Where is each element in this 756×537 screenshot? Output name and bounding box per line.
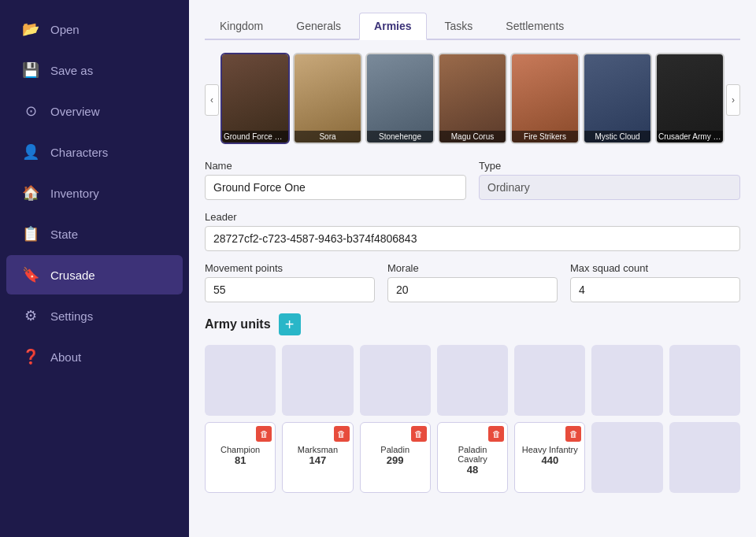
main-content: KingdomGeneralsArmiesTasksSettlements ‹ … <box>189 0 756 537</box>
unit-delete-0[interactable]: 🗑 <box>256 426 272 442</box>
morale-label: Morale <box>387 262 558 274</box>
portrait-label-p5: Fire Strikers <box>512 131 578 143</box>
tab-generals[interactable]: Generals <box>281 13 356 39</box>
tab-kingdom[interactable]: Kingdom <box>205 13 278 39</box>
sidebar-item-characters[interactable]: 👤Characters <box>6 132 183 172</box>
sidebar-item-overview[interactable]: ⊙Overview <box>6 91 183 131</box>
overview-icon: ⊙ <box>22 102 39 120</box>
type-label: Type <box>479 160 740 172</box>
sidebar-item-settings[interactable]: ⚙Settings <box>6 296 183 335</box>
sidebar-label-settings: Settings <box>50 309 93 323</box>
portrait-label-p7: Crusader Army VII <box>657 131 723 143</box>
sidebar-label-inventory: Inventory <box>50 187 99 200</box>
state-icon: 📋 <box>22 225 39 243</box>
portrait-scroll-left[interactable]: ‹ <box>205 84 219 116</box>
unit-name-3: Paladin Cavalry <box>443 445 502 464</box>
portrait-p4[interactable]: Magu Corus <box>438 53 507 144</box>
unit-count-3: 48 <box>467 464 478 476</box>
unit-slot-filled-empty-6 <box>669 422 740 493</box>
unit-delete-4[interactable]: 🗑 <box>565 426 581 442</box>
portrait-scroll-right[interactable]: › <box>726 84 740 116</box>
unit-card-2: 🗑Paladin299 <box>360 422 431 493</box>
unit-card-3: 🗑Paladin Cavalry48 <box>437 422 508 493</box>
sidebar-item-inventory[interactable]: 🏠Inventory <box>6 173 183 213</box>
army-units-title: Army units <box>205 317 271 331</box>
name-input[interactable] <box>205 175 466 200</box>
sidebar-label-about: About <box>50 350 81 364</box>
unit-slot-empty-1 <box>282 345 353 416</box>
sidebar-item-open[interactable]: 📂Open <box>6 9 183 49</box>
sidebar: 📂Open💾Save as⊙Overview👤Characters🏠Invent… <box>0 0 189 537</box>
unit-name-2: Paladin <box>380 445 410 454</box>
sidebar-label-save-as: Save as <box>50 64 93 77</box>
sidebar-label-state: State <box>50 228 78 241</box>
portrait-label-p1: Ground Force One <box>222 131 288 143</box>
portrait-p5[interactable]: Fire Strikers <box>510 53 580 144</box>
save-as-icon: 💾 <box>22 61 39 79</box>
portrait-label-p2: Sora <box>295 131 361 143</box>
portrait-p7[interactable]: Crusader Army VII <box>655 53 724 144</box>
settings-icon: ⚙ <box>22 307 39 324</box>
sidebar-item-about[interactable]: ❓About <box>6 337 183 376</box>
unit-name-0: Champion <box>220 445 260 454</box>
unit-delete-3[interactable]: 🗑 <box>488 426 504 442</box>
sidebar-label-characters: Characters <box>50 146 108 159</box>
sidebar-item-crusade[interactable]: 🔖Crusade <box>6 255 183 294</box>
unit-card-4: 🗑Heavy Infantry440 <box>514 422 585 493</box>
unit-slot-empty-6 <box>669 345 740 416</box>
units-grid-filled: 🗑Champion81🗑Marksman147🗑Paladin299🗑Palad… <box>205 422 740 493</box>
unit-count-1: 147 <box>309 454 327 466</box>
unit-card-0: 🗑Champion81 <box>205 422 276 493</box>
unit-card-1: 🗑Marksman147 <box>282 422 353 493</box>
open-icon: 📂 <box>22 20 39 38</box>
unit-slot-empty-0 <box>205 345 276 416</box>
portrait-p3[interactable]: Stonehenge <box>365 53 435 144</box>
unit-slot-empty-5 <box>591 345 662 416</box>
sidebar-label-open: Open <box>50 23 80 36</box>
unit-slot-filled-empty-5 <box>591 422 662 493</box>
unit-name-4: Heavy Infantry <box>522 445 578 454</box>
unit-count-0: 81 <box>235 454 246 466</box>
portrait-p2[interactable]: Sora <box>293 53 362 144</box>
tab-settlements[interactable]: Settlements <box>491 13 579 39</box>
leader-label: Leader <box>205 211 740 223</box>
movement-input[interactable] <box>205 277 375 302</box>
leader-input[interactable] <box>205 226 740 251</box>
portrait-p1[interactable]: Ground Force One <box>220 53 290 144</box>
tab-tasks[interactable]: Tasks <box>430 13 488 39</box>
about-icon: ❓ <box>22 348 39 365</box>
portrait-label-p3: Stonehenge <box>367 131 433 143</box>
sidebar-item-state[interactable]: 📋State <box>6 214 183 254</box>
unit-count-2: 299 <box>387 454 404 466</box>
unit-slot-empty-4 <box>514 345 585 416</box>
characters-icon: 👤 <box>22 143 39 161</box>
crusade-icon: 🔖 <box>22 266 39 283</box>
sidebar-label-overview: Overview <box>50 105 100 118</box>
unit-delete-1[interactable]: 🗑 <box>334 426 350 442</box>
sidebar-item-save-as[interactable]: 💾Save as <box>6 50 183 90</box>
unit-name-1: Marksman <box>298 445 338 454</box>
name-label: Name <box>205 160 466 172</box>
type-input[interactable] <box>479 175 740 200</box>
unit-slot-empty-3 <box>437 345 508 416</box>
max-squad-label: Max squad count <box>570 262 740 274</box>
add-unit-button[interactable]: + <box>279 313 301 335</box>
tabs-bar: KingdomGeneralsArmiesTasksSettlements <box>205 13 740 40</box>
portrait-p6[interactable]: Mystic Cloud <box>583 53 652 144</box>
tab-armies[interactable]: Armies <box>359 13 426 40</box>
unit-slot-empty-2 <box>360 345 431 416</box>
portrait-label-p4: Magu Corus <box>439 131 506 143</box>
sidebar-label-crusade: Crusade <box>50 268 95 282</box>
movement-label: Movement points <box>205 262 375 274</box>
unit-delete-2[interactable]: 🗑 <box>411 426 427 442</box>
inventory-icon: 🏠 <box>22 184 39 202</box>
portrait-scroll-wrap: ‹ Ground Force OneSoraStonehengeMagu Cor… <box>205 53 740 147</box>
portrait-label-p6: Mystic Cloud <box>584 131 650 143</box>
max-squad-input[interactable] <box>570 277 740 302</box>
unit-count-4: 440 <box>541 454 558 466</box>
portrait-scroll: Ground Force OneSoraStonehengeMagu Corus… <box>220 53 724 147</box>
morale-input[interactable] <box>387 277 558 302</box>
units-grid-empty <box>205 345 740 416</box>
